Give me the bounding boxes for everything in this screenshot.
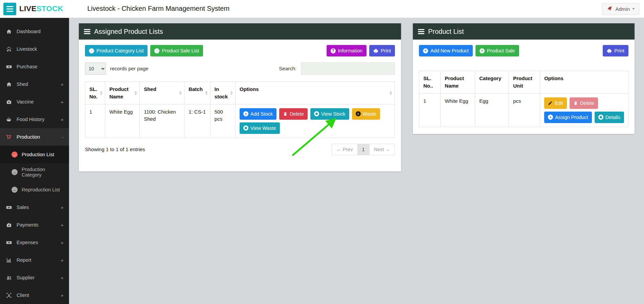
page-1-button[interactable]: 1	[357, 144, 370, 155]
sort-icon	[134, 90, 137, 96]
printer-icon	[607, 48, 612, 53]
expand-plus-icon: +	[61, 117, 64, 122]
livestock-icon	[5, 46, 12, 52]
arrow-circle-up-icon: ↑	[89, 48, 94, 53]
sidebar-item-supplier[interactable]: Supplier +	[0, 269, 69, 286]
column-header-options[interactable]: Options	[236, 82, 395, 104]
logo-text-primary: LIVE	[19, 4, 37, 13]
users-icon	[5, 275, 12, 281]
plus-circle-icon: +	[243, 111, 248, 116]
sort-icon	[205, 90, 208, 96]
search-input[interactable]	[301, 62, 395, 75]
cell-sl-no: 1	[419, 93, 441, 127]
table-controls-row: 10 records per page Search:	[85, 62, 395, 75]
sidebar-item-sales[interactable]: Sales +	[0, 198, 69, 216]
delete-button[interactable]: Delete	[279, 108, 308, 120]
view-circle-icon	[243, 125, 248, 131]
sidebar-subitem-label: Production Category	[22, 167, 64, 178]
sidebar-item-label: Expenses	[17, 240, 38, 245]
view-stock-button[interactable]: View Stock	[310, 108, 349, 120]
panel-title: Assigned Product Lists	[94, 28, 163, 36]
app-logo: LIVESTOCK	[19, 4, 63, 13]
print-button[interactable]: Print	[369, 45, 395, 56]
expand-plus-icon: +	[61, 240, 64, 245]
table-row: 1 White Egg 1100: Chicken Shed 1: CS-1 5…	[85, 104, 395, 138]
edit-button[interactable]: Edit	[544, 97, 567, 109]
expand-plus-icon: +	[61, 99, 64, 105]
assign-product-button[interactable]: +Assign Product	[544, 112, 592, 123]
product-sale-list-button[interactable]: ↑ Product Sale List	[150, 45, 203, 56]
column-header-in-stock[interactable]: In stock	[210, 82, 235, 104]
admin-label: Admin	[615, 6, 630, 12]
sidebar-item-shed[interactable]: Shed +	[0, 75, 69, 93]
logo-text-accent: STOCK	[37, 4, 63, 13]
cart-icon	[5, 134, 12, 140]
waste-button[interactable]: +Waste	[352, 108, 380, 120]
column-header-sl-no[interactable]: SL. No.	[85, 82, 105, 104]
money-icon	[5, 64, 12, 70]
chart-icon	[5, 257, 12, 263]
collapse-minus-icon: -	[62, 134, 64, 140]
print-button[interactable]: Print	[603, 45, 628, 56]
view-circle-icon	[598, 115, 603, 120]
sidebar-item-food-history[interactable]: Food History +	[0, 111, 69, 128]
sidebar-item-production[interactable]: Production -	[0, 128, 69, 146]
records-per-page-select[interactable]: 10	[85, 63, 106, 75]
client-icon	[5, 292, 12, 299]
expand-plus-icon: +	[61, 293, 64, 298]
table-header-row: SL. No. Product Name Shed Batch In stock…	[85, 82, 395, 104]
column-header-shed[interactable]: Shed	[140, 82, 184, 104]
sidebar-item-purchase[interactable]: Purchase	[0, 58, 69, 75]
money-icon	[5, 204, 12, 211]
food-bowl-icon	[5, 116, 12, 122]
sidebar-subitem-production-list[interactable]: → Production List	[0, 146, 69, 163]
column-header-product-name[interactable]: Product Name	[105, 82, 140, 104]
sidebar-toggle-button[interactable]	[3, 3, 16, 15]
sidebar-subitem-reproduction-list[interactable]: → Reproduction List	[0, 181, 69, 198]
panel-header: Product List	[413, 23, 635, 40]
plus-circle-icon: +	[356, 111, 361, 116]
details-button[interactable]: Details	[595, 112, 624, 123]
sidebar-item-label: Report	[17, 257, 31, 263]
cell-batch: 1: CS-1	[184, 104, 210, 138]
sidebar-item-livestock[interactable]: Livestock	[0, 40, 69, 58]
sidebar-item-vaccine[interactable]: Vaccine +	[0, 93, 69, 111]
delete-button[interactable]: Delete	[570, 97, 598, 109]
next-page-button[interactable]: Next →	[369, 144, 395, 155]
admin-dropdown[interactable]: Admin	[602, 3, 639, 15]
sidebar-item-label: Production	[17, 134, 40, 140]
column-header-batch[interactable]: Batch	[184, 82, 210, 104]
product-category-list-button[interactable]: ↑ Product Category List	[85, 45, 148, 56]
product-list-panel: Product List + Add New Product + Product…	[413, 23, 635, 134]
question-circle-icon: ?	[331, 48, 336, 53]
sort-icon	[179, 90, 182, 96]
information-button[interactable]: ? Information	[327, 45, 367, 56]
plus-circle-icon: +	[548, 115, 553, 120]
sidebar-item-client[interactable]: Client +	[0, 286, 69, 304]
sidebar-item-label: Dashboard	[17, 29, 41, 34]
sidebar-subitem-production-category[interactable]: → Production Category	[0, 163, 69, 181]
product-sale-button[interactable]: + Product Sale	[475, 45, 519, 56]
sidebar-item-label: Livestock	[17, 46, 37, 52]
prev-page-button[interactable]: ← Prev	[332, 144, 357, 155]
add-stock-button[interactable]: +Add Stock	[240, 108, 276, 120]
sidebar-item-label: Payments	[17, 222, 38, 228]
assigned-toolbar: ↑ Product Category List ↑ Product Sale L…	[85, 45, 395, 56]
sidebar-item-payments[interactable]: Payments +	[0, 216, 69, 234]
product-toolbar: + Add New Product + Product Sale Print	[419, 45, 628, 56]
plus-circle-icon: +	[423, 48, 428, 53]
column-header-sl-no: SL. No..	[419, 71, 441, 94]
view-circle-icon	[314, 111, 319, 116]
chevron-down-icon	[632, 8, 635, 11]
edit-pencil-icon	[548, 101, 553, 106]
list-icon	[418, 29, 424, 34]
sidebar-item-expenses[interactable]: Expenses +	[0, 234, 69, 251]
sidebar-item-dashboard[interactable]: Dashboard	[0, 23, 69, 40]
view-waste-button[interactable]: View Waste	[240, 122, 280, 134]
add-new-product-button[interactable]: + Add New Product	[419, 45, 473, 56]
cell-category: Egg	[475, 93, 509, 127]
column-header-category: Category	[475, 71, 509, 94]
sidebar-item-report[interactable]: Report +	[0, 251, 69, 269]
home-icon	[5, 29, 12, 34]
sort-icon	[390, 90, 392, 96]
